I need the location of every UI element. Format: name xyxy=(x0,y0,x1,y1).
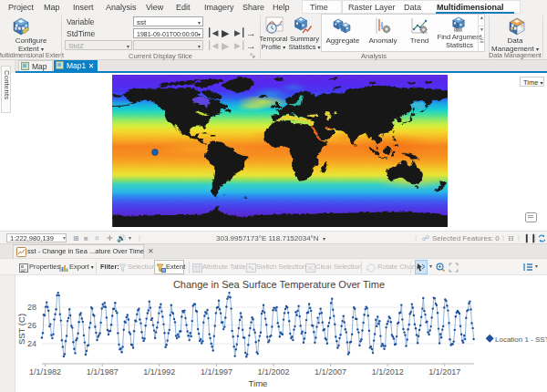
svg-text:1/1/1987: 1/1/1987 xyxy=(87,367,119,377)
svg-text:1/1/1997: 1/1/1997 xyxy=(201,367,232,377)
svg-text:1/1/1982: 1/1/1982 xyxy=(29,367,61,377)
svg-text:28: 28 xyxy=(27,303,36,312)
svg-text:SST (C): SST (C) xyxy=(16,314,26,345)
svg-text:1/1/2007: 1/1/2007 xyxy=(315,367,346,377)
svg-text:Location 1 - SST: Location 1 - SST xyxy=(495,335,547,344)
svg-text:1/1/2012: 1/1/2012 xyxy=(372,367,404,377)
svg-text:1/1/2002: 1/1/2002 xyxy=(257,367,289,377)
svg-text:Time: Time xyxy=(249,378,268,388)
svg-text:1/1/2017: 1/1/2017 xyxy=(428,367,460,377)
svg-text:LABEL: LABEL xyxy=(454,28,462,32)
svg-text:26: 26 xyxy=(27,321,36,330)
svg-text:24: 24 xyxy=(27,339,36,348)
svg-text:1/1/1992: 1/1/1992 xyxy=(143,367,175,377)
